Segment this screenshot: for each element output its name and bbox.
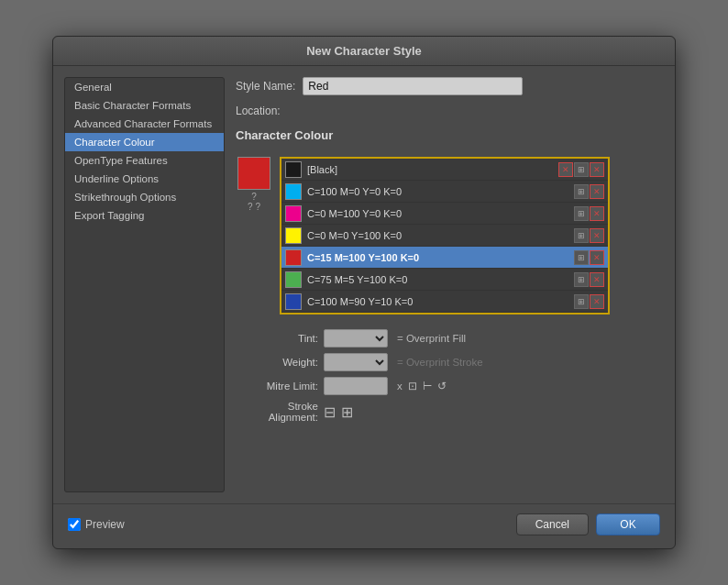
tint-row: Tint: = Overprint Fill (236, 329, 664, 348)
tint-select[interactable] (324, 329, 388, 348)
x-icon-magenta[interactable]: ✕ (590, 206, 604, 221)
preview-checkbox-label[interactable]: Preview (68, 518, 125, 531)
grid-icon-blue: ⊞ (574, 294, 589, 309)
color-swatch-yellow (285, 227, 302, 244)
color-swatch-red (285, 249, 302, 266)
x-icon-blue[interactable]: ✕ (590, 294, 604, 309)
overprint-fill-label: = Overprint Fill (397, 333, 466, 344)
x-icon-green[interactable]: ✕ (590, 272, 604, 287)
section-title: Character Colour (236, 128, 664, 142)
sidebar-list: General Basic Character Formats Advanced… (65, 78, 224, 491)
mitre-x: x (397, 381, 403, 392)
color-row-yellow[interactable]: C=0 M=0 Y=100 K=0 ⊞ ✕ (281, 225, 608, 247)
color-name-magenta: C=0 M=100 Y=0 K=0 (307, 208, 574, 219)
color-name-red: C=15 M=100 Y=100 K=0 (307, 252, 574, 263)
location-label: Location: (236, 105, 281, 117)
style-name-label: Style Name: (236, 80, 295, 93)
mitre-icon-1[interactable]: ⊡ (408, 380, 417, 392)
color-name-yellow: C=0 M=0 Y=100 K=0 (307, 230, 574, 241)
x-icon-red[interactable]: ✕ (590, 250, 604, 265)
main-content: Style Name: Location: Character Colour ?… (236, 77, 664, 492)
grid-icon-green: ⊞ (574, 272, 589, 287)
mitre-row: Mitre Limit: x ⊡ ⊢ ↺ (236, 377, 664, 395)
x-icon-black[interactable]: ✕ (590, 162, 604, 177)
mitre-icon-3[interactable]: ↺ (437, 380, 447, 392)
weight-row: Weight: = Overprint Stroke (236, 353, 664, 371)
color-row-cyan[interactable]: C=100 M=0 Y=0 K=0 ⊞ ✕ (281, 181, 608, 203)
grid-icon-cyan: ⊞ (574, 184, 589, 199)
color-row-blue[interactable]: C=100 M=90 Y=10 K=0 ⊞ ✕ (281, 291, 608, 313)
overprint-stroke-label: = Overprint Stroke (397, 357, 483, 368)
sidebar-item-general[interactable]: General (65, 78, 224, 96)
color-swatch-magenta (285, 205, 302, 222)
grid-icon-black: ⊞ (574, 162, 589, 177)
controls-area: Tint: = Overprint Fill Weight: = Overpri… (236, 329, 664, 423)
style-name-row: Style Name: (236, 77, 664, 95)
stroke-align-icon-1[interactable]: ⊟ (324, 403, 336, 421)
color-panel: ?? ? [Black] ✕ ⊞ ✕ (236, 157, 664, 315)
color-name-cyan: C=100 M=0 Y=0 K=0 (307, 186, 574, 197)
ok-button[interactable]: OK (596, 513, 660, 535)
grid-icon-magenta: ⊞ (574, 206, 589, 221)
weight-select[interactable] (324, 353, 388, 371)
color-list[interactable]: [Black] ✕ ⊞ ✕ C=100 M=0 Y=0 K=0 (281, 159, 608, 313)
stroke-alignment-label: Stroke Alignment: (236, 401, 318, 423)
new-character-style-dialog: New Character Style General Basic Charac… (52, 36, 676, 549)
color-row-green[interactable]: C=75 M=5 Y=100 K=0 ⊞ ✕ (281, 269, 608, 291)
preview-checkbox[interactable] (68, 518, 81, 531)
color-name-black: [Black] (307, 164, 558, 175)
sidebar-item-basic-char[interactable]: Basic Character Formats (65, 96, 224, 115)
cancel-button[interactable]: Cancel (516, 513, 589, 535)
location-row: Location: (236, 105, 664, 117)
sidebar-item-char-colour[interactable]: Character Colour (65, 133, 224, 151)
color-name-green: C=75 M=5 Y=100 K=0 (307, 274, 574, 285)
color-swatch-cyan (285, 183, 302, 200)
sidebar-item-strikethrough[interactable]: Strikethrough Options (65, 188, 224, 206)
delete-icon-black[interactable]: ✕ (558, 162, 573, 177)
color-swatch-black (285, 161, 302, 178)
sidebar-item-advanced-char[interactable]: Advanced Character Formats (65, 115, 224, 133)
color-name-blue: C=100 M=90 Y=10 K=0 (307, 296, 574, 307)
sidebar-item-underline[interactable]: Underline Options (65, 170, 224, 188)
mitre-input[interactable] (324, 377, 388, 395)
color-list-container: [Black] ✕ ⊞ ✕ C=100 M=0 Y=0 K=0 (280, 157, 610, 315)
grid-icon-red: ⊞ (574, 250, 589, 265)
dialog-title: New Character Style (53, 37, 675, 66)
mitre-icon-2[interactable]: ⊢ (423, 380, 432, 392)
weight-label: Weight: (236, 357, 318, 368)
dialog-footer: Preview Cancel OK (53, 503, 675, 548)
color-swatch-green (285, 271, 302, 288)
active-color-swatch (237, 157, 270, 190)
sidebar: General Basic Character Formats Advanced… (64, 77, 225, 492)
color-row-magenta[interactable]: C=0 M=100 Y=0 K=0 ⊞ ✕ (281, 203, 608, 225)
tint-label: Tint: (236, 333, 318, 344)
sidebar-item-opentype[interactable]: OpenType Features (65, 151, 224, 170)
sidebar-item-export[interactable]: Export Tagging (65, 206, 224, 225)
stroke-alignment-row: Stroke Alignment: ⊟ ⊞ (236, 401, 664, 423)
dialog-body: General Basic Character Formats Advanced… (53, 66, 675, 503)
color-row-black[interactable]: [Black] ✕ ⊞ ✕ (281, 159, 608, 181)
stroke-align-icon-2[interactable]: ⊞ (341, 403, 353, 421)
mitre-label: Mitre Limit: (236, 381, 318, 392)
style-name-input[interactable] (303, 77, 523, 95)
color-row-red[interactable]: C=15 M=100 Y=100 K=0 ⊞ ✕ (281, 247, 608, 269)
color-preview: ?? ? (236, 157, 272, 212)
x-icon-cyan[interactable]: ✕ (590, 184, 604, 199)
grid-icon-yellow: ⊞ (574, 228, 589, 243)
footer-buttons: Cancel OK (516, 513, 660, 535)
x-icon-yellow[interactable]: ✕ (590, 228, 604, 243)
color-swatch-blue (285, 293, 302, 310)
